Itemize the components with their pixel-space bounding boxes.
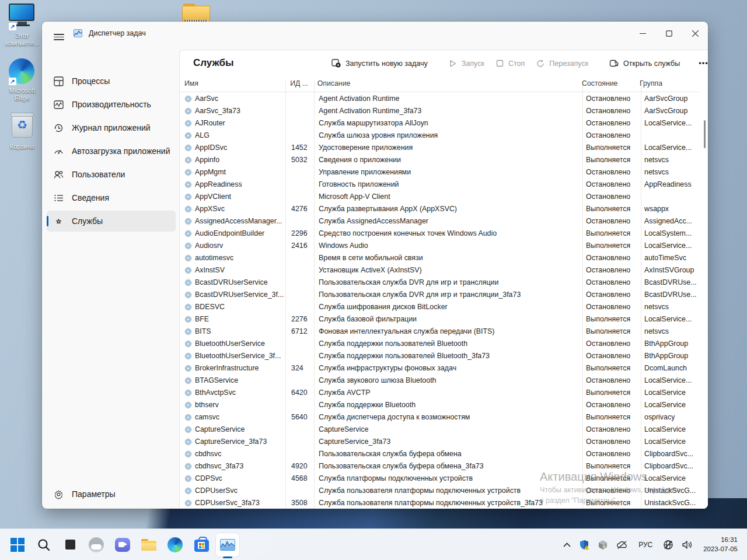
run-new-task-button[interactable]: Запустить новую задачу (326, 55, 434, 71)
service-gear-icon (184, 267, 192, 274)
table-row[interactable]: CDPUserSvc_3fa73 3508 Служба пользовател… (180, 497, 708, 509)
scrollbar-thumb[interactable] (704, 120, 706, 148)
column-header-description[interactable]: Описание (313, 79, 578, 92)
services-table-body: AarSvc Agent Activation Runtime Остановл… (180, 93, 708, 509)
table-row[interactable]: AppXSvc 4276 Служба развертывания AppX (… (180, 203, 708, 215)
table-row[interactable]: cbdhsvc_3fa73 4920 Пользовательская служ… (180, 460, 708, 473)
table-row[interactable]: Appinfo 5032 Сведения о приложении Выпол… (180, 154, 708, 166)
desktop-icon-edge[interactable]: ↗ Microsoft Edge (4, 58, 41, 102)
table-row[interactable]: bthserv Служба поддержки Bluetooth Остан… (180, 399, 708, 411)
sidebar-item-settings[interactable]: Параметры (47, 484, 176, 505)
service-name-cell: AppIDSvc (180, 142, 285, 154)
service-pid-cell (285, 350, 314, 362)
column-header-status[interactable]: Состояние (578, 79, 636, 92)
sidebar-item-details[interactable]: Сведения (47, 187, 176, 208)
chat-button[interactable] (111, 533, 134, 556)
sidebar-item-performance[interactable]: Производительность (47, 94, 176, 115)
table-row[interactable]: CDPUserSvc Служба пользователя платформы… (180, 485, 708, 497)
table-row[interactable]: BDESVC Служба шифрования дисков BitLocke… (180, 301, 708, 313)
service-status-cell: Выполняется (582, 240, 641, 252)
network-tray-icon[interactable] (662, 537, 675, 552)
sidebar-item-label: Сведения (72, 193, 109, 202)
table-row[interactable]: Audiosrv 2416 Windows Audio Выполняется … (180, 240, 708, 252)
table-row[interactable]: CaptureService CaptureService Остановлен… (180, 424, 708, 436)
table-row[interactable]: CDPSvc 4568 Служба платформы подключенны… (180, 473, 708, 485)
service-group-cell: AxInstSVGroup (641, 264, 705, 276)
details-icon (54, 193, 64, 203)
sidebar-item-users[interactable]: Пользователи (47, 164, 176, 185)
desktop-icon-this-pc[interactable]: ↗ Этот компьюте... (4, 4, 41, 47)
table-row[interactable]: BrokerInfrastructure 324 Служба инфрастр… (180, 362, 708, 374)
open-services-button[interactable]: Открыть службы (603, 55, 686, 71)
restart-service-button[interactable]: Перезапуск (530, 56, 594, 71)
table-row[interactable]: AJRouter Служба маршрутизатора AllJoyn О… (180, 117, 708, 130)
table-row[interactable]: BITS 6712 Фоновая интеллектуальная служб… (180, 326, 708, 338)
sidebar-item-processes[interactable]: Процессы (47, 71, 176, 92)
close-button[interactable] (682, 24, 708, 43)
table-row[interactable]: AxInstSV Установщик ActiveX (AxInstSV) О… (180, 264, 708, 276)
table-row[interactable]: camsvc 5640 Служба диспетчера доступа к … (180, 411, 708, 424)
column-header-group[interactable]: Группа (636, 79, 700, 92)
column-header-pid[interactable]: ИД ... (284, 79, 313, 92)
table-row[interactable]: BFE 2276 Служба базовой фильтрации Выпол… (180, 313, 708, 326)
desktop-icon-label: Корзина (4, 143, 41, 150)
table-row[interactable]: BcastDVRUserService Пользовательская слу… (180, 276, 708, 289)
task-manager-button[interactable] (216, 533, 239, 556)
service-pid-cell: 6420 (285, 387, 314, 399)
table-row[interactable]: AppReadiness Готовность приложений Остан… (180, 178, 708, 191)
table-row[interactable]: AssignedAccessManager... Служба Assigned… (180, 215, 708, 228)
table-row[interactable]: ALG Служба шлюза уровня приложения Остан… (180, 130, 708, 142)
security-tray-icon[interactable] (578, 537, 591, 552)
table-row[interactable]: BluetoothUserService Служба поддержки по… (180, 338, 708, 350)
hamburger-menu-icon[interactable] (50, 29, 68, 44)
table-row[interactable]: autotimesvc Время в сети мобильной связи… (180, 252, 708, 264)
virtualbox-tray-icon[interactable] (596, 537, 609, 552)
start-button[interactable] (6, 533, 29, 556)
service-name-cell: ALG (180, 130, 285, 142)
file-explorer-button[interactable] (137, 533, 160, 556)
table-row[interactable]: AudioEndpointBuilder 2296 Средство постр… (180, 228, 708, 240)
titlebar[interactable]: Диспетчер задач (42, 22, 708, 45)
maximize-button[interactable] (656, 24, 682, 43)
column-header-name[interactable]: Имя ⌃ (180, 79, 284, 92)
store-icon (194, 540, 209, 552)
service-group-cell (641, 191, 705, 203)
language-indicator[interactable]: РУС (635, 538, 656, 551)
sidebar-item-services[interactable]: Службы (47, 211, 176, 232)
service-pid-cell (285, 166, 314, 178)
vertical-scrollbar[interactable] (704, 94, 706, 506)
sidebar-item-startup-apps[interactable]: Автозагрузка приложений (47, 141, 176, 162)
table-row[interactable]: AppMgmt Управление приложениями Остановл… (180, 166, 708, 178)
table-row[interactable]: BTAGService Служба звукового шлюза Bluet… (180, 374, 708, 387)
toolbar-more-button[interactable]: ••• (694, 57, 708, 70)
minimize-button[interactable] (630, 24, 655, 43)
sidebar-item-app-history[interactable]: Журнал приложений (47, 117, 176, 138)
tray-chevron-button[interactable] (562, 540, 572, 550)
table-row[interactable]: AppVClient Microsoft App-V Client Остано… (180, 191, 708, 203)
service-group-cell: DcomLaunch (641, 362, 705, 374)
onedrive-tray-icon[interactable] (615, 538, 629, 552)
table-row[interactable]: CaptureService_3fa73 CaptureService_3fa7… (180, 436, 708, 448)
stop-service-button[interactable]: Стоп (490, 56, 530, 71)
table-row[interactable]: AarSvc Agent Activation Runtime Остановл… (180, 93, 708, 105)
service-pid-cell (285, 374, 314, 387)
table-row[interactable]: AarSvc_3fa73 Agent Activation Runtime_3f… (180, 105, 708, 117)
table-row[interactable]: cbdhsvc Пользовательская служба буфера о… (180, 448, 708, 460)
volume-tray-icon[interactable] (680, 538, 694, 552)
widgets-button[interactable] (85, 533, 108, 556)
table-row[interactable]: BcastDVRUserService_3f... Пользовательск… (180, 289, 708, 301)
table-row[interactable]: BthAvctpSvc 6420 Служба AVCTP Выполняетс… (180, 387, 708, 399)
search-button[interactable] (32, 533, 55, 556)
table-row[interactable]: AppIDSvc 1452 Удостоверение приложения В… (180, 142, 708, 154)
desktop-icon-recycle-bin[interactable]: ♻ Корзина (4, 114, 41, 150)
service-gear-icon (184, 414, 192, 421)
start-service-button[interactable]: Запуск (443, 56, 490, 71)
table-row[interactable]: BluetoothUserService_3f... Служба поддер… (180, 350, 708, 362)
edge-button[interactable] (163, 533, 187, 556)
service-gear-icon (184, 254, 192, 262)
clock[interactable]: 16:31 2023-07-05 (700, 534, 741, 555)
store-button[interactable] (190, 533, 213, 556)
task-view-button[interactable] (58, 533, 82, 556)
service-group-cell: LocalService (641, 473, 705, 485)
service-name-cell: BrokerInfrastructure (180, 362, 285, 374)
